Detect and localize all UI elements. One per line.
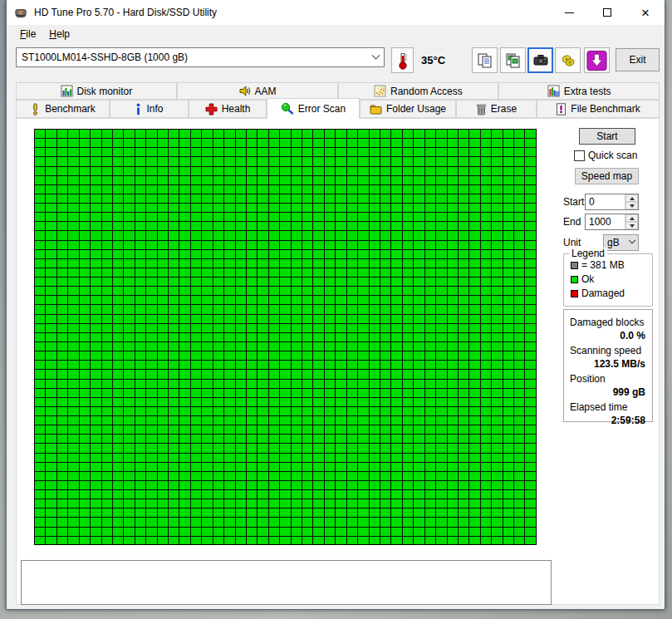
copy-image-icon (505, 52, 522, 69)
start-field-value: 0 (586, 196, 625, 208)
damaged-label: Damaged (581, 287, 625, 299)
tab-disk-monitor[interactable]: Disk monitor (16, 82, 177, 100)
tab-row-top: Disk monitor AAM Random Access (16, 82, 660, 100)
tab-file-benchmark[interactable]: File Benchmark (537, 100, 660, 118)
disk-monitor-icon (61, 85, 73, 97)
damaged-swatch (571, 290, 578, 297)
tab-label: Error Scan (298, 103, 346, 115)
tab-label: Benchmark (45, 103, 96, 115)
maximize-icon (603, 8, 611, 17)
tab-extra-tests[interactable]: Extra tests (498, 82, 660, 100)
window-title: HD Tune Pro 5.70 - Hard Disk/SSD Utility (34, 7, 217, 18)
temperature-value: 35°C (421, 54, 445, 66)
start-spin-up-button[interactable] (625, 194, 638, 202)
exit-button[interactable]: Exit (616, 48, 660, 71)
tab-label: Health (222, 103, 251, 115)
start-field[interactable]: 0 (585, 194, 639, 210)
health-cross-icon (205, 103, 218, 115)
legend-group: Legend = 381 MB Ok Damaged (563, 253, 653, 307)
error-scan-magnifier-icon (281, 102, 294, 115)
export-button[interactable] (555, 47, 581, 73)
damaged-blocks-label: Damaged blocks (570, 317, 645, 328)
tab-label: Erase (491, 103, 517, 115)
tab-label: AAM (255, 86, 277, 97)
download-arrow-icon (586, 50, 607, 71)
copy-text-icon (477, 52, 493, 69)
end-spin-up-button[interactable] (625, 214, 638, 222)
thermometer-icon (398, 51, 408, 71)
benchmark-icon (30, 103, 41, 115)
arrow-up-icon (630, 217, 635, 220)
tab-row-bottom: Benchmark Info Health Error Scan (16, 100, 660, 118)
trash-icon (476, 103, 487, 115)
damaged-blocks-value: 0.0 % (570, 330, 645, 341)
download-button[interactable] (584, 47, 610, 73)
folder-icon (370, 104, 382, 115)
camera-icon (532, 52, 549, 69)
screenshot-button[interactable] (527, 47, 553, 73)
scanning-speed-value: 123.5 MB/s (570, 358, 645, 370)
tab-label: Extra tests (564, 86, 611, 97)
tab-random-access[interactable]: Random Access (338, 82, 499, 100)
position-label: Position (570, 373, 645, 385)
block-size-swatch (571, 262, 578, 269)
info-icon (135, 103, 142, 115)
temperature-button[interactable] (391, 47, 414, 73)
scanning-speed-label: Scanning speed (570, 345, 645, 356)
close-icon: × (641, 6, 650, 20)
elapsed-time-label: Elapsed time (570, 401, 645, 413)
extra-tests-icon (547, 85, 560, 97)
tab-label: Folder Usage (386, 103, 446, 115)
arrow-down-icon (630, 224, 635, 228)
unit-value: gB (607, 237, 620, 248)
tab-health[interactable]: Health (189, 100, 267, 118)
end-spin-down-button[interactable] (625, 222, 638, 229)
arrow-down-icon (630, 204, 635, 208)
elapsed-time-value: 2:59:58 (570, 415, 645, 426)
drive-selector[interactable]: ST1000LM014-SSHD-8GB (1000 gB) (16, 47, 385, 67)
tab-label: Info (146, 103, 163, 115)
block-size-label: = 381 MB (581, 259, 625, 271)
tab-error-scan[interactable]: Error Scan (267, 98, 360, 119)
start-spin-down-button[interactable] (625, 202, 638, 209)
position-value: 999 gB (570, 386, 645, 398)
speed-map-button[interactable]: Speed map (575, 168, 639, 184)
file-benchmark-icon (556, 103, 567, 115)
tab-aam[interactable]: AAM (177, 82, 338, 100)
speaker-icon (238, 85, 251, 97)
quick-scan-checkbox[interactable] (574, 150, 585, 161)
error-scan-page: Start Quick scan Speed map Start 0 End 1… (16, 118, 660, 605)
tab-erase[interactable]: Erase (456, 100, 537, 118)
toolbar: ST1000LM014-SSHD-8GB (1000 gB) 35°C (7, 43, 665, 79)
ok-label: Ok (581, 273, 594, 285)
export-icon (560, 52, 576, 69)
arrow-up-icon (630, 197, 635, 200)
chevron-down-icon (372, 51, 380, 59)
unit-label: Unit (563, 237, 581, 248)
close-button[interactable]: × (626, 0, 665, 25)
tab-folder-usage[interactable]: Folder Usage (360, 100, 456, 118)
copy-image-button[interactable] (500, 47, 526, 73)
menu-help[interactable]: Help (42, 27, 76, 42)
minimize-button[interactable] (550, 0, 588, 25)
app-window: HD Tune Pro 5.70 - Hard Disk/SSD Utility… (6, 0, 665, 610)
scan-status-group: Damaged blocks 0.0 % Scanning speed 123.… (563, 309, 653, 422)
end-field-label: End (563, 216, 581, 228)
drive-selector-value: ST1000LM014-SSHD-8GB (1000 gB) (22, 52, 188, 63)
menu-bar: File Help (7, 25, 665, 43)
legend-title: Legend (569, 248, 607, 259)
tab-benchmark[interactable]: Benchmark (16, 100, 110, 118)
scan-message-box[interactable] (21, 560, 552, 605)
start-scan-button[interactable]: Start (579, 128, 635, 145)
start-field-label: Start (563, 196, 584, 208)
block-map (34, 129, 537, 545)
menu-file[interactable]: File (13, 27, 42, 42)
tab-info[interactable]: Info (110, 100, 189, 118)
end-field[interactable]: 1000 (585, 214, 639, 230)
unit-dropdown[interactable]: gB (603, 234, 639, 251)
title-bar: HD Tune Pro 5.70 - Hard Disk/SSD Utility… (7, 0, 665, 25)
ok-swatch (571, 276, 578, 283)
tab-label: File Benchmark (571, 103, 640, 115)
copy-text-button[interactable] (472, 47, 498, 73)
maximize-button[interactable] (588, 0, 626, 25)
